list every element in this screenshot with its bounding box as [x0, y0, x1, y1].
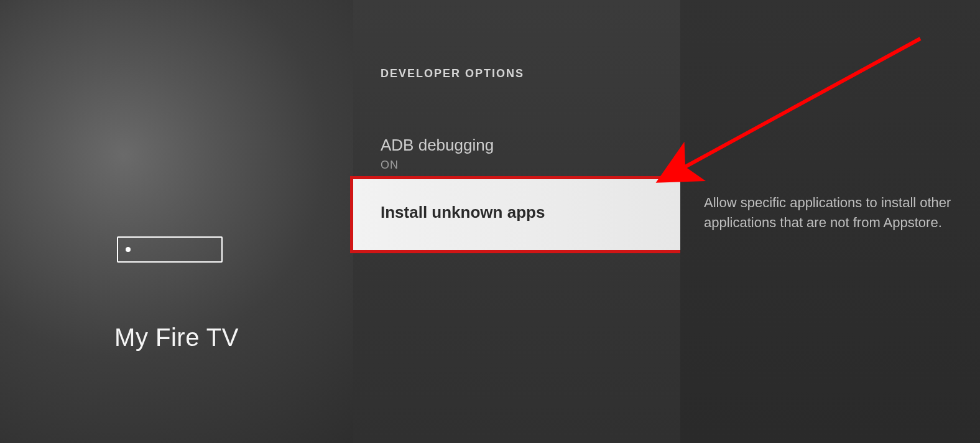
- section-title: DEVELOPER OPTIONS: [381, 67, 524, 80]
- fire-tv-device-icon: [117, 236, 223, 263]
- option-value: ON: [381, 159, 653, 172]
- option-install-unknown-apps[interactable]: Install unknown apps: [353, 179, 680, 250]
- device-title: My Fire TV: [0, 324, 353, 352]
- option-description: Allow specific applications to install o…: [704, 193, 961, 233]
- option-label: Install unknown apps: [381, 203, 653, 222]
- left-pane: My Fire TV: [0, 0, 353, 443]
- options-pane: DEVELOPER OPTIONS ADB debugging ON Insta…: [353, 0, 680, 443]
- settings-screen: My Fire TV DEVELOPER OPTIONS ADB debuggi…: [0, 0, 980, 443]
- option-adb-debugging[interactable]: ADB debugging ON: [353, 123, 680, 185]
- option-label: ADB debugging: [381, 136, 653, 155]
- description-pane: Allow specific applications to install o…: [680, 0, 980, 443]
